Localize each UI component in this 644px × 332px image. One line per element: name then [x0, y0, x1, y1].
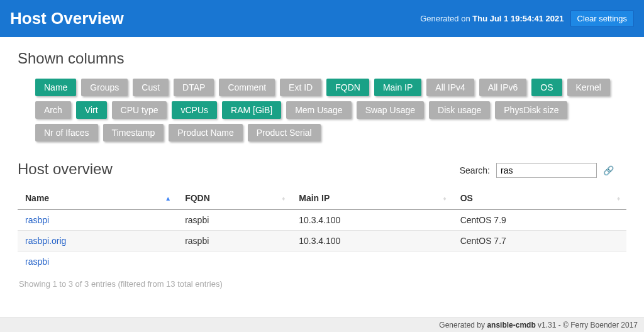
- cell-fqdn: raspbi: [177, 210, 291, 231]
- shown-columns-list: NameGroupsCustDTAPCommentExt IDFQDNMain …: [18, 79, 626, 141]
- column-tag-nr-of-ifaces[interactable]: Nr of Ifaces: [35, 124, 98, 141]
- search-input[interactable]: [496, 163, 597, 178]
- column-tag-dtap[interactable]: DTAP: [174, 79, 214, 96]
- shown-columns-title: Shown columns: [18, 50, 626, 67]
- column-tag-product-serial[interactable]: Product Serial: [248, 124, 321, 141]
- table-header-row: Name▲FQDN♦Main IP♦OS♦: [18, 187, 626, 210]
- host-link[interactable]: rasbpi: [25, 215, 49, 225]
- column-tag-mem-usage[interactable]: Mem Usage: [286, 101, 351, 119]
- overview-header-row: Host overview Search: 🔗: [18, 160, 626, 178]
- permalink-icon[interactable]: 🔗: [603, 165, 614, 175]
- column-tag-physdisk-size[interactable]: PhysDisk size: [495, 101, 567, 119]
- column-tag-ram-gib-[interactable]: RAM [GiB]: [222, 101, 281, 119]
- table-row: raspbi: [18, 252, 626, 272]
- sort-icon: ♦: [617, 195, 620, 202]
- sort-icon: ▲: [165, 195, 171, 202]
- column-tag-groups[interactable]: Groups: [81, 79, 128, 96]
- column-tag-name[interactable]: Name: [35, 79, 76, 96]
- cell-ip: 10.3.4.100: [291, 210, 452, 231]
- header-right: Generated on Thu Jul 1 19:54:41 2021 Cle…: [420, 10, 634, 27]
- col-header-main-ip[interactable]: Main IP♦: [291, 187, 452, 210]
- cell-ip: 10.3.4.100: [291, 231, 452, 252]
- top-header: Host Overview Generated on Thu Jul 1 19:…: [0, 0, 644, 37]
- col-header-fqdn[interactable]: FQDN♦: [177, 187, 291, 210]
- column-tag-arch[interactable]: Arch: [35, 101, 71, 119]
- column-tag-kernel[interactable]: Kernel: [567, 79, 610, 96]
- column-tag-vcpus[interactable]: vCPUs: [172, 101, 217, 119]
- generated-text: Generated on Thu Jul 1 19:54:41 2021: [420, 14, 564, 23]
- column-tag-product-name[interactable]: Product Name: [169, 124, 242, 141]
- overview-title: Host overview: [18, 160, 113, 178]
- column-tag-os[interactable]: OS: [531, 79, 562, 96]
- cell-os: [453, 252, 626, 272]
- column-tag-cust[interactable]: Cust: [133, 79, 169, 96]
- search-label: Search:: [460, 165, 490, 175]
- column-tag-cpu-type[interactable]: CPU type: [112, 101, 167, 119]
- col-header-os[interactable]: OS♦: [453, 187, 626, 210]
- column-tag-virt[interactable]: Virt: [76, 101, 107, 119]
- column-tag-all-ipv6[interactable]: All IPv6: [479, 79, 526, 96]
- cell-os: CentOS 7.9: [453, 210, 626, 231]
- column-tag-comment[interactable]: Comment: [219, 79, 275, 96]
- clear-settings-button[interactable]: Clear settings: [570, 10, 634, 27]
- search-wrap: Search: 🔗: [460, 163, 626, 178]
- column-tag-all-ipv4[interactable]: All IPv4: [426, 79, 474, 96]
- host-link[interactable]: raspbi: [25, 257, 49, 267]
- table-body: rasbpiraspbi10.3.4.100CentOS 7.9rasbpi.o…: [18, 210, 626, 272]
- column-tag-timestamp[interactable]: Timestamp: [103, 124, 164, 141]
- host-link[interactable]: rasbpi.orig: [25, 236, 66, 246]
- sort-icon: ♦: [282, 195, 285, 202]
- sort-icon: ♦: [443, 195, 447, 202]
- cell-os: CentOS 7.7: [453, 231, 626, 252]
- cell-fqdn: [177, 252, 291, 272]
- column-tag-ext-id[interactable]: Ext ID: [280, 79, 321, 96]
- column-tag-fqdn[interactable]: FQDN: [326, 79, 369, 96]
- column-tag-disk-usage[interactable]: Disk usage: [429, 101, 490, 119]
- col-header-name[interactable]: Name▲: [18, 187, 177, 210]
- column-tag-main-ip[interactable]: Main IP: [374, 79, 421, 96]
- cell-ip: [291, 252, 452, 272]
- table-info: Showing 1 to 3 of 3 entries (filtered fr…: [18, 272, 626, 292]
- page-title: Host Overview: [10, 9, 124, 28]
- hosts-table: Name▲FQDN♦Main IP♦OS♦ rasbpiraspbi10.3.4…: [18, 187, 626, 272]
- column-tag-swap-usage[interactable]: Swap Usage: [357, 101, 424, 119]
- content: Shown columns NameGroupsCustDTAPCommentE…: [0, 37, 644, 299]
- table-row: rasbpi.origraspbi10.3.4.100CentOS 7.7: [18, 231, 626, 252]
- cell-fqdn: raspbi: [177, 231, 291, 252]
- table-row: rasbpiraspbi10.3.4.100CentOS 7.9: [18, 210, 626, 231]
